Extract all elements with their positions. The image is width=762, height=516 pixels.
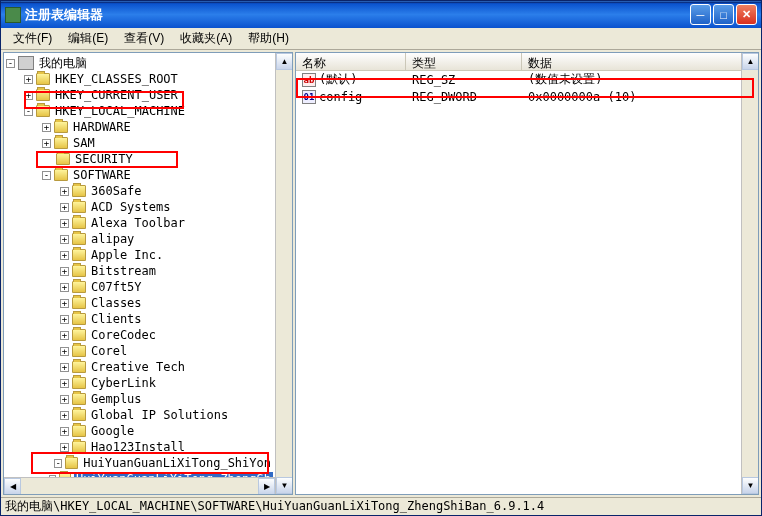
expand-icon[interactable]: + <box>60 427 69 436</box>
tree-row[interactable]: +Alexa Toolbar <box>6 215 273 231</box>
tree-row[interactable]: SECURITY <box>6 151 273 167</box>
expand-icon[interactable]: + <box>60 331 69 340</box>
string-value-icon: ab <box>302 73 316 87</box>
collapse-icon[interactable]: - <box>42 171 51 180</box>
folder-icon <box>72 201 86 213</box>
expand-icon[interactable]: + <box>60 411 69 420</box>
tree-row[interactable]: +HARDWARE <box>6 119 273 135</box>
registry-tree[interactable]: -我的电脑+HKEY_CLASSES_ROOT+HKEY_CURRENT_USE… <box>4 53 275 477</box>
menu-file[interactable]: 文件(F) <box>5 28 60 49</box>
tree-row[interactable]: +Creative Tech <box>6 359 273 375</box>
expand-icon[interactable]: + <box>60 203 69 212</box>
menu-favorites[interactable]: 收藏夹(A) <box>172 28 240 49</box>
values-panel: 名称 类型 数据 ab(默认)REG_SZ(数值未设置)01configREG_… <box>295 52 759 495</box>
close-button[interactable]: ✕ <box>736 4 757 25</box>
expand-icon[interactable]: + <box>60 363 69 372</box>
expand-icon[interactable]: + <box>60 299 69 308</box>
tree-row[interactable]: +SAM <box>6 135 273 151</box>
list-scrollbar-vertical[interactable]: ▲ ▼ <box>741 53 758 494</box>
menu-edit[interactable]: 编辑(E) <box>60 28 116 49</box>
folder-icon <box>72 329 86 341</box>
tree-label: 360Safe <box>89 184 144 198</box>
list-row[interactable]: 01configREG_DWORD0x0000000a (10) <box>296 88 758 105</box>
tree-row[interactable]: +Bitstream <box>6 263 273 279</box>
titlebar[interactable]: 注册表编辑器 ─ □ ✕ <box>1 1 761 28</box>
tree-row[interactable]: +CoreCodec <box>6 327 273 343</box>
column-data[interactable]: 数据 <box>522 53 758 70</box>
expand-icon[interactable]: + <box>42 139 51 148</box>
expand-icon[interactable]: + <box>60 251 69 260</box>
tree-label: HuiYuanGuanLiXiTong_ShiYon <box>81 456 273 470</box>
scroll-right-button[interactable]: ▶ <box>258 478 275 495</box>
list-header: 名称 类型 数据 <box>296 53 758 71</box>
tree-row[interactable]: +HKEY_CURRENT_USER <box>6 87 273 103</box>
tree-row[interactable]: +Classes <box>6 295 273 311</box>
expand-icon[interactable]: + <box>24 91 33 100</box>
tree-row[interactable]: -HKEY_LOCAL_MACHINE <box>6 103 273 119</box>
list-row[interactable]: ab(默认)REG_SZ(数值未设置) <box>296 71 758 88</box>
maximize-button[interactable]: □ <box>713 4 734 25</box>
tree-row[interactable]: +alipay <box>6 231 273 247</box>
scroll-down-button[interactable]: ▼ <box>276 477 293 494</box>
folder-icon <box>72 345 86 357</box>
column-name[interactable]: 名称 <box>296 53 406 70</box>
expand-icon[interactable]: + <box>60 283 69 292</box>
expand-icon[interactable]: + <box>42 123 51 132</box>
expand-icon[interactable]: + <box>60 379 69 388</box>
tree-row[interactable]: +Apple Inc. <box>6 247 273 263</box>
folder-icon <box>54 169 68 181</box>
expand-icon[interactable]: + <box>60 395 69 404</box>
tree-row[interactable]: +360Safe <box>6 183 273 199</box>
tree-label: HKEY_LOCAL_MACHINE <box>53 104 187 118</box>
tree-label: Apple Inc. <box>89 248 165 262</box>
tree-scrollbar-horizontal[interactable]: ◀ ▶ <box>4 477 275 494</box>
folder-icon <box>72 409 86 421</box>
tree-scrollbar-vertical[interactable]: ▲ ▼ <box>275 53 292 494</box>
tree-label: Google <box>89 424 136 438</box>
scroll-down-button[interactable]: ▼ <box>742 477 759 494</box>
folder-icon <box>36 73 50 85</box>
tree-row[interactable]: +C07ft5Y <box>6 279 273 295</box>
value-data-cell: 0x0000000a (10) <box>522 90 758 104</box>
tree-label: 我的电脑 <box>37 55 89 72</box>
tree-row[interactable]: +Google <box>6 423 273 439</box>
expand-icon[interactable]: + <box>60 187 69 196</box>
expand-icon[interactable]: + <box>24 75 33 84</box>
folder-icon <box>72 233 86 245</box>
tree-label: Gemplus <box>89 392 144 406</box>
expand-icon[interactable]: + <box>60 219 69 228</box>
collapse-icon[interactable]: - <box>6 59 15 68</box>
tree-row[interactable]: +Gemplus <box>6 391 273 407</box>
tree-row[interactable]: -HuiYuanGuanLiXiTong_ShiYon <box>6 455 273 471</box>
folder-icon <box>72 361 86 373</box>
expand-icon[interactable]: + <box>60 347 69 356</box>
minimize-button[interactable]: ─ <box>690 4 711 25</box>
tree-row[interactable]: +CyberLink <box>6 375 273 391</box>
tree-row[interactable]: +HKEY_CLASSES_ROOT <box>6 71 273 87</box>
tree-label: Bitstream <box>89 264 158 278</box>
tree-row[interactable]: -SOFTWARE <box>6 167 273 183</box>
tree-label: CyberLink <box>89 376 158 390</box>
values-list[interactable]: ab(默认)REG_SZ(数值未设置)01configREG_DWORD0x00… <box>296 71 758 105</box>
scroll-up-button[interactable]: ▲ <box>276 53 293 70</box>
expand-icon[interactable]: + <box>60 315 69 324</box>
expand-icon[interactable]: + <box>60 235 69 244</box>
tree-label: ACD Systems <box>89 200 172 214</box>
tree-row[interactable]: +Global IP Solutions <box>6 407 273 423</box>
collapse-icon[interactable]: - <box>54 459 62 468</box>
window-title: 注册表编辑器 <box>25 6 690 24</box>
tree-row[interactable]: +ACD Systems <box>6 199 273 215</box>
tree-row[interactable]: +Clients <box>6 311 273 327</box>
tree-row[interactable]: -我的电脑 <box>6 55 273 71</box>
folder-icon <box>72 217 86 229</box>
menu-view[interactable]: 查看(V) <box>116 28 172 49</box>
column-type[interactable]: 类型 <box>406 53 522 70</box>
tree-row[interactable]: +Corel <box>6 343 273 359</box>
scroll-up-button[interactable]: ▲ <box>742 53 759 70</box>
menu-help[interactable]: 帮助(H) <box>240 28 297 49</box>
tree-row[interactable]: +Hao123Install <box>6 439 273 455</box>
expand-icon[interactable]: + <box>60 267 69 276</box>
scroll-left-button[interactable]: ◀ <box>4 478 21 495</box>
collapse-icon[interactable]: - <box>24 107 33 116</box>
expand-icon[interactable]: + <box>60 443 69 452</box>
